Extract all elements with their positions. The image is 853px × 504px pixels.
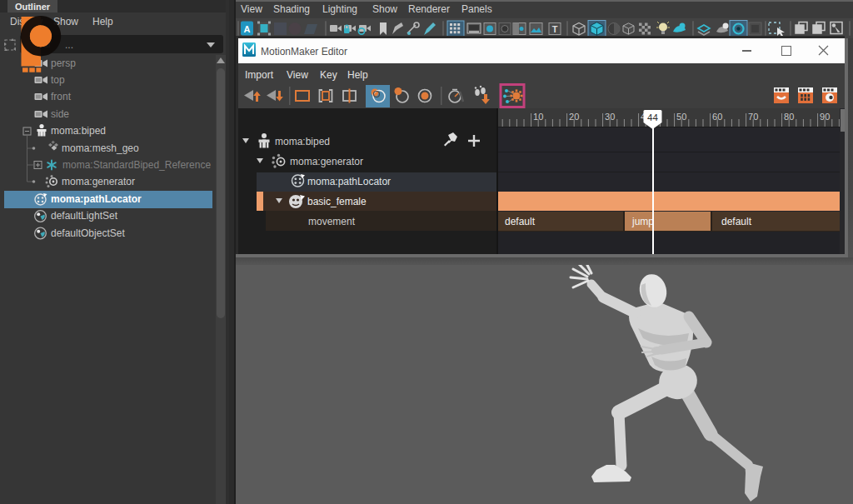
svg-text:50: 50 xyxy=(676,112,686,122)
svg-text:60: 60 xyxy=(712,112,722,122)
svg-text:A: A xyxy=(244,24,251,34)
svg-text:90: 90 xyxy=(820,112,830,122)
svg-text:44: 44 xyxy=(647,112,658,122)
svg-text:80: 80 xyxy=(784,112,794,122)
svg-text:20: 20 xyxy=(569,112,579,122)
svg-text:T: T xyxy=(552,24,558,34)
svg-text:70: 70 xyxy=(748,112,758,122)
svg-text:10: 10 xyxy=(533,112,543,122)
svg-text:30: 30 xyxy=(605,112,615,122)
